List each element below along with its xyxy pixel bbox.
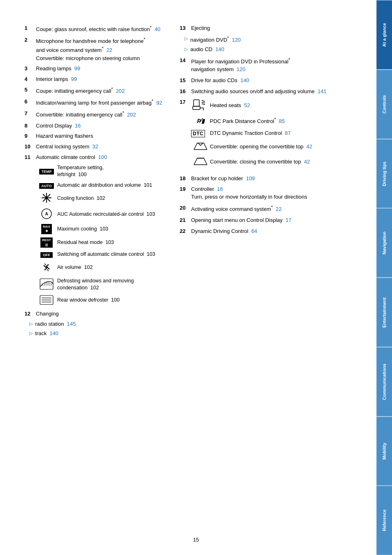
right-column: 13 Ejecting ▷ navigation DVD* 120 ▷ audi… [180, 25, 354, 339]
list-item: 9 Hazard warning flashers [24, 132, 163, 140]
sub-item: ▷ track 140 [29, 330, 163, 338]
sidebar-tab-communications[interactable]: Communications [376, 347, 392, 416]
convertible-close-icon [191, 157, 210, 168]
climate-item: Defrosting windows and removing condensa… [36, 278, 163, 292]
climate-item: A AUC Automatic recirculated-air control… [36, 208, 163, 221]
item-text: Hazard warning flashers [36, 132, 93, 140]
air-volume-icon [36, 262, 57, 274]
svg-rect-18 [194, 100, 199, 106]
cooling-icon [36, 192, 57, 205]
dtc-icon: DTC [191, 130, 210, 137]
arrow-icon: ▷ [185, 47, 188, 52]
list-item: 15 Drive for audio CDs 140 [180, 77, 354, 85]
item-text: Coupe: glass sunroof, electric with rais… [36, 25, 160, 34]
list-item: 12 Changing [24, 310, 163, 318]
item-text: Player for navigation DVD in Professiona… [191, 57, 290, 74]
item-text: Switching audio sources on/off and adjus… [191, 88, 327, 96]
max-cool-icon: MAX❄ [36, 224, 57, 234]
arrow-icon: ▷ [29, 331, 33, 336]
climate-item: AUTO Automatic air distribution and volu… [36, 182, 163, 189]
sub-item: ▷ radio station 145 [29, 320, 163, 328]
list-item: 14 Player for navigation DVD in Professi… [180, 57, 354, 74]
sidebar-tab-entertainment[interactable]: Entertainment [376, 278, 392, 347]
climate-item: Air volume 102 [36, 262, 163, 274]
item-text: Control Display 16 [36, 122, 81, 130]
convertible-open-icon [191, 141, 210, 152]
rest-icon: REST||| [36, 237, 57, 248]
sidebar-tab-navigation[interactable]: Navigation [376, 208, 392, 278]
item-text: Central locking system 32 [36, 143, 98, 151]
item-number: 2 [24, 36, 36, 44]
item-number: 19 [180, 186, 191, 193]
arrow-icon: ▷ [29, 321, 33, 327]
climate-item: REST||| Residual heat mode 103 [36, 237, 163, 248]
item-number: 3 [24, 65, 36, 73]
item-number: 21 [180, 217, 191, 224]
climate-text: Temperature setting,left/right 100 [57, 164, 104, 179]
list-item: 20 Activating voice command system* 22 [180, 204, 354, 213]
item-number: 13 [180, 25, 191, 32]
climate-item: Cooling function 102 [36, 192, 163, 205]
item-text: Reading lamps 99 [36, 65, 80, 73]
list-item: 16 Switching audio sources on/off and ad… [180, 88, 354, 96]
sidebar-tab-controls[interactable]: Controls [376, 69, 392, 139]
page-number: 15 [193, 537, 199, 543]
pdc-icon: P⁄▮ [191, 117, 210, 125]
item-text: Coupe: initiating emergency call* 202 [36, 86, 125, 95]
sub-item-text: navigation DVD* 120 [190, 35, 241, 44]
item-number: 14 [180, 57, 191, 65]
item-text: Automatic climate control 100 [36, 154, 107, 161]
sidebar-tab-at-a-glance[interactable]: At a glance [376, 0, 392, 69]
item-text: Interior lamps 99 [36, 76, 77, 83]
climate-item: MAX❄ Maximum cooling 103 [36, 224, 163, 234]
list-item: 3 Reading lamps 99 [24, 65, 163, 73]
item-text: Opening start menu on Control Display 17 [191, 217, 292, 224]
item-number: 1 [24, 25, 36, 32]
temp-icon: TEMP [36, 168, 57, 175]
item-text: Heated seats 52 [210, 102, 250, 110]
svg-rect-19 [193, 106, 200, 110]
svg-point-4 [45, 197, 48, 199]
sidebar: At a glance Controls Driving tips Naviga… [376, 0, 392, 555]
climate-text: Maximum cooling 103 [57, 226, 108, 233]
item-number: 15 [180, 77, 191, 85]
item-text: Convertible: closing the convertible top… [210, 158, 310, 166]
item-text: Controller 16 Turn, press or move horizo… [191, 186, 307, 201]
item-number: 8 [24, 122, 36, 130]
climate-text: Rear window defroster 100 [57, 297, 120, 304]
left-column: 1 Coupe: glass sunroof, electric with ra… [24, 25, 163, 339]
item-text: Changing [36, 310, 59, 318]
item-number: 20 [180, 204, 191, 212]
heated-seats-icon [191, 99, 210, 112]
item-text: Indicator/warning lamp for front passeng… [36, 98, 162, 107]
list-item: 1 Coupe: glass sunroof, electric with ra… [24, 25, 163, 34]
climate-item: TEMP Temperature setting,left/right 100 [36, 164, 163, 179]
climate-text: Air volume 102 [57, 264, 93, 271]
item-number: 12 [24, 310, 36, 318]
main-content: 1 Coupe: glass sunroof, electric with ra… [0, 0, 376, 555]
auto-icon: AUTO [36, 182, 57, 189]
list-item: 21 Opening start menu on Control Display… [180, 217, 354, 224]
off-icon: OFF [36, 251, 57, 258]
item-number: 11 [24, 154, 36, 161]
defrost-front-icon [36, 278, 57, 291]
list-item: 4 Interior lamps 99 [24, 76, 163, 83]
item-text: Dynamic Driving Control 64 [191, 228, 257, 235]
list-item: 13 Ejecting ▷ navigation DVD* 120 ▷ audi… [180, 25, 354, 54]
item-text: Ejecting [191, 25, 210, 32]
defrost-rear-icon [36, 295, 57, 306]
list-item: 8 Control Display 16 [24, 122, 163, 130]
sidebar-tab-mobility[interactable]: Mobility [376, 416, 392, 486]
item-text: Microphone for handsfree mode for teleph… [36, 36, 145, 62]
sub-item-text: radio station 145 [35, 320, 76, 328]
item-text: PDC Park Distance Control* 85 [210, 116, 285, 125]
sidebar-tab-driving-tips[interactable]: Driving tips [376, 139, 392, 208]
list-item: 7 Convertible: initiating emergency call… [24, 110, 163, 119]
list-item: 2 Microphone for handsfree mode for tele… [24, 36, 163, 62]
list-item: 10 Central locking system 32 [24, 143, 163, 151]
sidebar-tab-reference[interactable]: Reference [376, 486, 392, 555]
item-number: 9 [24, 132, 36, 140]
list-item: 6 Indicator/warning lamp for front passe… [24, 98, 163, 107]
sub-item-text: track 140 [35, 330, 58, 338]
svg-point-7 [45, 266, 48, 269]
